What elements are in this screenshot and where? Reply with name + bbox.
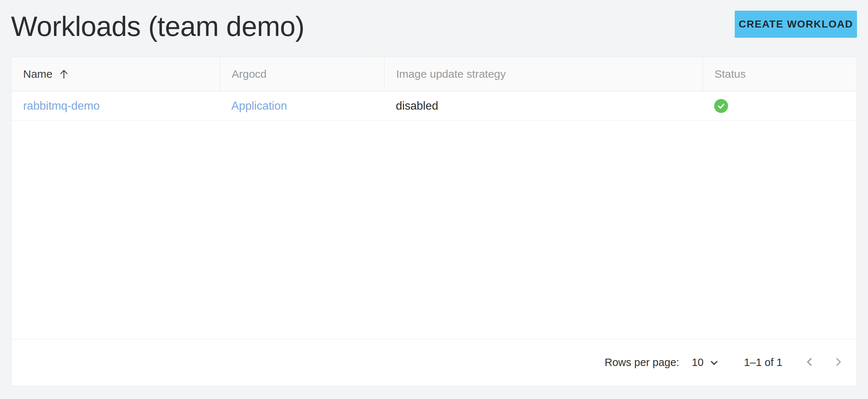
column-header-image-update-strategy-label: Image update strategy [396,68,506,80]
column-header-argocd-label: Argocd [232,68,267,80]
rows-per-page-value: 10 [692,356,704,369]
rows-per-page-select[interactable]: 10 [692,356,720,369]
column-header-name[interactable]: Name [11,57,220,91]
chevron-down-icon [709,357,720,368]
column-header-argocd: Argocd [220,57,384,91]
table-row: rabbitmq-demo Application disabled [11,91,857,121]
cell-argocd: Application [220,91,384,120]
workloads-table-card: Name Argocd Image update strategy Status [11,57,857,386]
column-header-status: Status [702,57,857,91]
table-header-row: Name Argocd Image update strategy Status [11,57,857,91]
previous-page-button[interactable] [802,355,818,371]
argocd-application-link[interactable]: Application [231,99,287,113]
rows-per-page-label: Rows per page: [605,356,679,369]
cell-name: rabbitmq-demo [11,91,220,120]
table-empty-area [11,121,857,339]
status-ok-check-circle-icon [714,99,728,113]
column-header-image-update-strategy: Image update strategy [384,57,702,91]
next-page-button[interactable] [830,355,846,371]
sort-ascending-icon [58,68,70,80]
column-header-status-label: Status [715,68,746,80]
chevron-right-icon [832,355,845,370]
cell-status [702,91,857,120]
page-header: Workloads (team demo) CREATE WORKLOAD [11,0,857,57]
cell-image-update-strategy: disabled [384,91,702,120]
chevron-left-icon [803,355,816,370]
page-title: Workloads (team demo) [11,12,304,45]
column-header-name-label: Name [23,68,53,80]
pagination-bar: Rows per page: 10 1–1 of 1 [11,339,857,386]
image-update-strategy-value: disabled [396,99,438,113]
workloads-page: Workloads (team demo) CREATE WORKLOAD Na… [0,0,868,399]
pagination-range: 1–1 of 1 [744,356,782,369]
create-workload-button[interactable]: CREATE WORKLOAD [735,11,857,38]
workload-name-link[interactable]: rabbitmq-demo [23,99,100,113]
